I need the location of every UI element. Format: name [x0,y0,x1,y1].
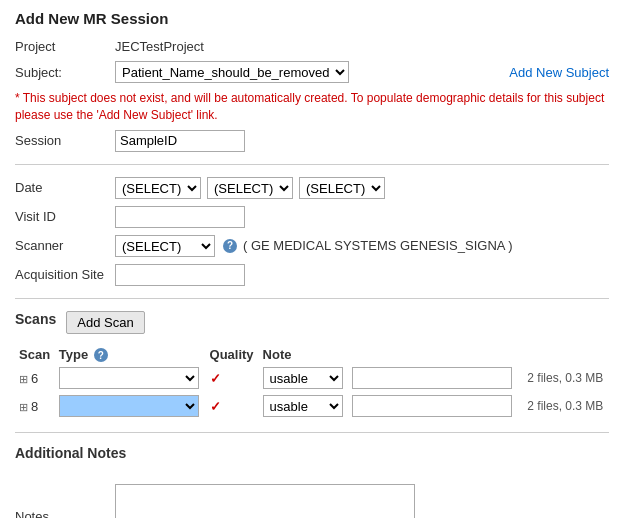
session-row: Session [15,130,609,152]
scanner-help-icon[interactable]: ? [223,239,237,253]
session-input[interactable] [115,130,245,152]
note-input[interactable] [352,395,512,417]
files-col-header [348,345,519,365]
main-form: Project JECTestProject Subject: Patient_… [15,39,609,152]
files-info-cell: 2 files, 0.3 MB [519,364,609,392]
visitid-label: Visit ID [15,209,115,224]
quality-select[interactable]: usableunusablequestionable [263,367,343,389]
add-scan-button[interactable]: Add Scan [66,311,144,334]
type-cell [55,364,206,392]
quality-cell: usableunusablequestionable [259,364,349,392]
scanner-select[interactable]: (SELECT) [115,235,215,257]
table-row: ⊞8✓usableunusablequestionable2 files, 0.… [15,392,609,420]
notes-label: Notes [15,509,115,518]
notes-row: Notes [15,484,609,518]
session-label: Session [15,133,115,148]
expand-icon[interactable]: ⊞ [19,401,28,413]
notes-textarea[interactable] [115,484,415,518]
quality-col-header: Quality [206,345,259,365]
divider-1 [15,164,609,165]
scanner-row: Scanner (SELECT) ? ( GE MEDICAL SYSTEMS … [15,235,609,257]
subject-select[interactable]: Patient_Name_should_be_removed [115,61,349,83]
scans-table: Scan Type ? Quality Note ⊞6✓usableunusab… [15,345,609,421]
acquisition-site-input[interactable] [115,264,245,286]
subject-row: Subject: Patient_Name_should_be_removed … [15,61,609,83]
table-row: ⊞6✓usableunusablequestionable2 files, 0.… [15,364,609,392]
checkmark-icon: ✓ [210,399,221,414]
scan-type-select[interactable] [59,367,199,389]
expand-icon[interactable]: ⊞ [19,373,28,385]
date-select-1[interactable]: (SELECT) [115,177,201,199]
divider-2 [15,298,609,299]
acquisition-site-label: Acquisition Site [15,267,115,282]
scans-section: Scans Add Scan Scan Type ? Quality Note … [15,311,609,421]
date-select-2[interactable]: (SELECT) [207,177,293,199]
divider-3 [15,432,609,433]
scans-header: Scans Add Scan [15,311,609,335]
scans-table-header: Scan Type ? Quality Note [15,345,609,365]
note-col-header: Note [259,345,349,365]
page-title: Add New MR Session [15,10,609,27]
checkmark-icon: ✓ [210,371,221,386]
project-label: Project [15,39,115,54]
files-info-cell: 2 files, 0.3 MB [519,392,609,420]
quality-cell: usableunusablequestionable [259,392,349,420]
checkmark-cell: ✓ [206,364,259,392]
acquisition-site-row: Acquisition Site [15,264,609,286]
subject-label: Subject: [15,65,115,80]
project-value: JECTestProject [115,39,204,54]
scanner-info: ( GE MEDICAL SYSTEMS GENESIS_SIGNA ) [243,238,513,253]
note-cell [348,364,519,392]
scan-type-select[interactable] [59,395,199,417]
type-cell [55,392,206,420]
type-col-header: Type ? [55,345,206,365]
visitid-row: Visit ID [15,206,609,228]
additional-notes-title: Additional Notes [15,445,609,461]
scans-title: Scans [15,311,56,327]
scan-col-header: Scan [15,345,55,365]
subject-warning: * This subject does not exist, and will … [15,90,609,124]
project-row: Project JECTestProject [15,39,609,54]
visitid-input[interactable] [115,206,245,228]
add-new-subject-link[interactable]: Add New Subject [509,65,609,80]
scan-id-cell: ⊞8 [15,392,55,420]
quality-select[interactable]: usableunusablequestionable [263,395,343,417]
date-row: Date (SELECT) (SELECT) (SELECT) [15,177,609,199]
additional-notes-section: Additional Notes Notes [15,445,609,518]
date-label: Date [15,180,115,195]
note-cell [348,392,519,420]
type-help-icon[interactable]: ? [94,348,108,362]
checkmark-cell: ✓ [206,392,259,420]
note-input[interactable] [352,367,512,389]
date-select-3[interactable]: (SELECT) [299,177,385,199]
details-form: Date (SELECT) (SELECT) (SELECT) Visit ID… [15,177,609,286]
scanner-label: Scanner [15,238,115,253]
scan-id-cell: ⊞6 [15,364,55,392]
